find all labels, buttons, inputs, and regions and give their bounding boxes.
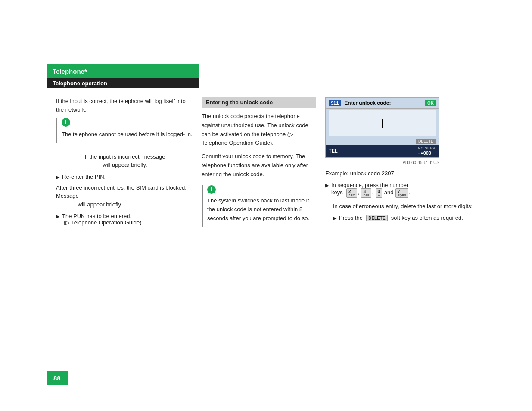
- key-0: 0+: [376, 188, 383, 198]
- info-block-mid: i The system switches back to last mode …: [202, 184, 316, 227]
- figure-caption: P83.60-4537-31US: [325, 160, 439, 165]
- mid-para-2: Commit your unlock code to memory. The t…: [202, 152, 316, 179]
- sim-block-text: After three incorrect entries, the SIM c…: [56, 184, 194, 209]
- arrow-icon-1: ▶: [56, 174, 59, 180]
- key-2: 2ABC: [346, 188, 357, 198]
- right-arrow-icon-2: ▶: [333, 215, 336, 221]
- info-border-block-mid: i The system switches back to last mode …: [202, 185, 316, 227]
- intro-text: If the input is correct, the telephone w…: [56, 97, 194, 114]
- page-footer: 88: [47, 371, 68, 385]
- phone-tel-label: TEL: [329, 148, 338, 153]
- phone-ok-button: OK: [425, 100, 436, 106]
- phone-bottom-bar: TEL NO SERV. –●000: [326, 145, 439, 157]
- example-text: Example: unlock code 2307: [325, 169, 489, 178]
- and-text: and: [384, 189, 394, 196]
- right-column: 911 Enter unlock code: OK DELETE TEL NO …: [325, 97, 489, 225]
- section-heading: Entering the unlock code: [202, 97, 316, 108]
- phone-top-bar: 911 Enter unlock code: OK: [326, 98, 439, 109]
- info-icon-mid: i: [207, 185, 216, 194]
- phone-signal-area: NO SERV. –●000: [418, 146, 436, 156]
- page-title: Telephone*: [53, 68, 87, 75]
- phone-prompt-text: Enter unlock code:: [344, 100, 425, 106]
- sub-header: Telephone operation: [47, 78, 199, 88]
- mid-para-1: The unlock code protects the telephone a…: [202, 112, 316, 148]
- phone-delete-area: DELETE: [326, 138, 439, 145]
- incorrect-message: If the input is incorrect, message will …: [56, 153, 194, 169]
- right-bullet-2-text: Press the DELETE soft key as often as re…: [339, 215, 463, 221]
- page-container: Telephone* Telephone operation If the in…: [0, 0, 532, 411]
- right-bullet-2: ▶ Press the DELETE soft key as often as …: [333, 215, 489, 221]
- mid-info-note: The system switches back to last mode if…: [207, 196, 316, 223]
- phone-signal-text: NO SERV.: [418, 146, 436, 150]
- info-icon: i: [62, 118, 70, 127]
- left-column: If the input is correct, the telephone w…: [56, 97, 194, 229]
- delete-key: DELETE: [366, 215, 387, 221]
- arrow-icon-2: ▶: [56, 214, 59, 219]
- bullet-2-text: The PUK has to be entered. (▷ Telephone …: [62, 213, 142, 226]
- phone-cursor: [382, 119, 383, 128]
- right-bullet-1: ▶ In sequence, press the number keys 2AB…: [325, 182, 489, 198]
- page-number: 88: [47, 371, 68, 385]
- right-bullet-1-text: In sequence, press the number keys 2ABC,…: [331, 182, 411, 198]
- phone-delete-button: DELETE: [416, 139, 436, 144]
- middle-column: Entering the unlock code The unlock code…: [202, 97, 316, 227]
- phone-input-area: [329, 110, 436, 136]
- header-banner: Telephone*: [47, 64, 199, 78]
- phone-signal-bars: –●000: [418, 150, 436, 156]
- section-title: Telephone operation: [53, 80, 107, 87]
- bullet-1-text: Re-enter the PIN.: [62, 174, 106, 180]
- info-note-text: The telephone cannot be used before it i…: [62, 130, 193, 139]
- info-block-1: i The telephone cannot be used before it…: [56, 118, 194, 149]
- key-3: 3DEF: [361, 188, 371, 198]
- phone-screen: 911 Enter unlock code: OK DELETE TEL NO …: [325, 97, 439, 158]
- erroneous-entry-text: In case of erroneous entry, delete the l…: [333, 202, 489, 211]
- right-arrow-icon-1: ▶: [325, 183, 329, 188]
- bullet-2: ▶ The PUK has to be entered. (▷ Telephon…: [56, 213, 194, 226]
- info-icon-row: i: [62, 118, 193, 127]
- info-border-block: i The telephone cannot be used before it…: [56, 118, 193, 143]
- bullet-1: ▶ Re-enter the PIN.: [56, 174, 194, 180]
- key-7: 7PQRS: [395, 188, 408, 198]
- phone-area-code: 911: [329, 100, 341, 106]
